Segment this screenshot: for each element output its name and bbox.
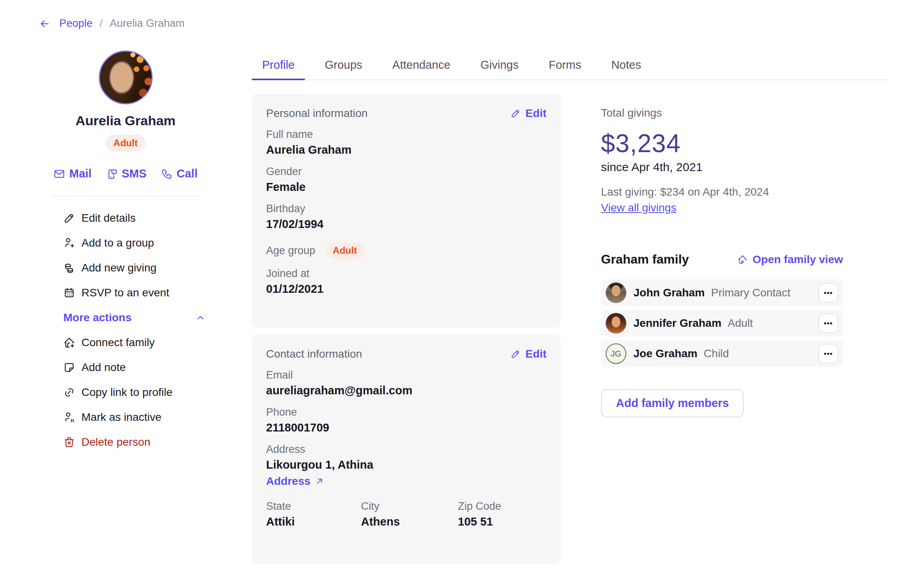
person-name: Aurelia Graham xyxy=(38,113,214,128)
rsvp-event-action[interactable]: RSVP to an event xyxy=(63,280,206,305)
home-plus-icon xyxy=(63,337,75,349)
link-icon xyxy=(63,386,75,398)
chevron-up-icon xyxy=(195,313,206,323)
givings-since: since Apr 4th, 2021 xyxy=(601,160,843,174)
member-avatar xyxy=(606,283,626,303)
note-icon xyxy=(63,362,75,373)
address-external-link[interactable]: Address xyxy=(266,475,325,488)
tab-profile[interactable]: Profile xyxy=(252,53,305,80)
field-label: Birthday xyxy=(266,202,546,215)
breadcrumb-current: Aurelia Graham xyxy=(110,17,185,30)
zip-value: 105 51 xyxy=(458,514,546,529)
field-label: Full name xyxy=(266,128,546,141)
view-all-givings-link[interactable]: View all givings xyxy=(601,202,676,214)
member-role: Adult xyxy=(728,317,753,330)
zip-field: Zip Code 105 51 xyxy=(458,499,546,529)
open-family-view-link[interactable]: Open family view xyxy=(737,253,843,266)
pencil-icon xyxy=(510,349,521,359)
member-avatar xyxy=(606,313,626,333)
sms-button[interactable]: SMS xyxy=(106,167,147,180)
add-to-group-action[interactable]: Add to a group xyxy=(63,230,206,255)
profile-avatar xyxy=(99,51,153,104)
field-value: Female xyxy=(266,180,546,194)
pencil-icon xyxy=(63,212,75,224)
phone-value: 2118001709 xyxy=(266,420,546,435)
edit-details-action[interactable]: Edit details xyxy=(63,205,206,230)
home-heart-icon xyxy=(737,254,748,265)
family-title: Graham family xyxy=(601,252,689,267)
add-note-action[interactable]: Add note xyxy=(63,355,206,380)
field-value: 17/02/1994 xyxy=(266,217,546,231)
field-label: Gender xyxy=(266,165,546,178)
address-label: Address xyxy=(266,443,546,456)
city-field: City Athens xyxy=(361,499,458,529)
member-name: Jennifer Graham xyxy=(633,317,722,330)
state-value: Attiki xyxy=(266,514,361,529)
person-sidebar: Aurelia Graham Adult Mail SMS Call Edit … xyxy=(38,51,214,454)
city-value: Athens xyxy=(361,514,458,529)
state-label: State xyxy=(266,499,361,513)
contact-info-card: Contact information Edit Email aureliagr… xyxy=(252,334,561,564)
action-list: Edit details Add to a group Add new givi… xyxy=(38,205,214,454)
arrow-up-right-icon xyxy=(314,476,325,486)
total-givings-amount: $3,234 xyxy=(601,129,843,158)
mail-button[interactable]: Mail xyxy=(53,167,91,180)
mark-inactive-action[interactable]: Mark as inactive xyxy=(63,405,206,430)
edit-personal-info-button[interactable]: Edit xyxy=(510,107,546,120)
add-new-giving-action[interactable]: Add new giving xyxy=(63,255,206,280)
user-plus-icon xyxy=(63,237,75,249)
coins-icon xyxy=(63,262,75,274)
member-menu-button[interactable]: ••• xyxy=(818,283,838,303)
call-button[interactable]: Call xyxy=(161,167,198,180)
pencil-icon xyxy=(510,108,521,119)
state-field: State Attiki xyxy=(266,499,361,529)
breadcrumb: People / Aurelia Graham xyxy=(39,17,185,30)
connect-family-action[interactable]: Connect family xyxy=(63,330,206,355)
field-label: Joined at xyxy=(266,267,546,280)
breadcrumb-separator: / xyxy=(100,17,103,30)
member-menu-button[interactable]: ••• xyxy=(818,313,838,333)
trash-x-icon xyxy=(63,436,75,448)
tab-givings[interactable]: Givings xyxy=(470,53,529,80)
tab-forms[interactable]: Forms xyxy=(539,53,591,80)
family-member-row[interactable]: John Graham Primary Contact ••• xyxy=(601,279,843,306)
city-label: City xyxy=(361,499,458,513)
email-value: aureliagraham@gmail.com xyxy=(266,383,546,398)
copy-link-action[interactable]: Copy link to profile xyxy=(63,380,206,405)
member-name: Joe Graham xyxy=(633,347,697,360)
breadcrumb-people-link[interactable]: People xyxy=(59,17,93,30)
back-arrow-icon[interactable] xyxy=(39,18,51,30)
phone-label: Phone xyxy=(266,405,546,419)
total-givings-title: Total givings xyxy=(601,107,843,119)
address-value: Likourgou 1, Athina xyxy=(266,458,546,472)
personal-info-title: Personal information xyxy=(266,107,368,120)
last-giving: Last giving: $234 on Apr 4th, 2024 xyxy=(601,186,843,198)
tab-groups[interactable]: Groups xyxy=(314,53,372,80)
member-avatar-initials: JG xyxy=(606,343,626,364)
more-actions-toggle[interactable]: More actions xyxy=(63,305,206,330)
age-group-badge: Adult xyxy=(325,242,365,259)
family-member-list: John Graham Primary Contact ••• Jennifer… xyxy=(601,279,843,367)
contact-info-title: Contact information xyxy=(266,348,362,360)
profile-tabs: Profile Groups Attendance Givings Forms … xyxy=(252,53,888,80)
sidebar-divider xyxy=(51,196,200,197)
tab-notes[interactable]: Notes xyxy=(601,53,652,80)
delete-person-action[interactable]: Delete person xyxy=(63,430,206,454)
sms-icon xyxy=(106,168,118,180)
tab-attendance[interactable]: Attendance xyxy=(382,53,461,80)
mail-icon xyxy=(53,168,65,180)
phone-icon xyxy=(161,168,173,180)
user-pause-icon xyxy=(63,411,75,423)
member-role: Child xyxy=(704,347,729,360)
zip-label: Zip Code xyxy=(458,499,546,513)
field-value: 01/12/2021 xyxy=(266,282,546,296)
personal-info-card: Personal information Edit Full name Aure… xyxy=(252,94,561,328)
add-family-members-button[interactable]: Add family members xyxy=(601,389,744,417)
member-name: John Graham xyxy=(633,286,705,299)
edit-contact-info-button[interactable]: Edit xyxy=(510,348,546,360)
email-label: Email xyxy=(266,368,546,382)
member-menu-button[interactable]: ••• xyxy=(818,344,838,364)
family-member-row[interactable]: JG Joe Graham Child ••• xyxy=(601,340,843,367)
field-value: Aurelia Graham xyxy=(266,143,546,157)
family-member-row[interactable]: Jennifer Graham Adult ••• xyxy=(601,310,843,337)
